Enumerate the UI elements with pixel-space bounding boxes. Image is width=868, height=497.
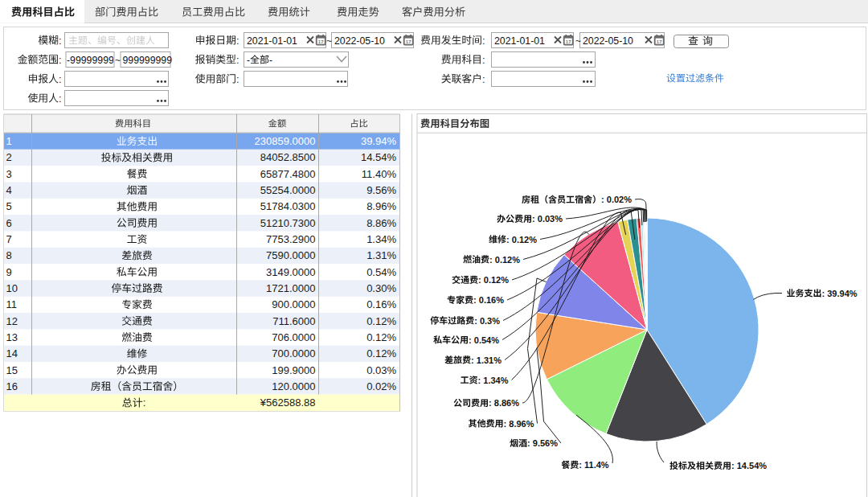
svg-text:1721.0000: 1721.0000 [266, 282, 315, 294]
svg-text:0.16%: 0.16% [366, 298, 396, 310]
svg-text:9.56%: 9.56% [366, 184, 396, 196]
svg-text::: : [236, 73, 240, 85]
svg-text:8.96%: 8.96% [366, 200, 396, 212]
svg-text:7590.0000: 7590.0000 [266, 249, 315, 261]
svg-text:0.12%: 0.12% [366, 331, 396, 343]
svg-text:1.31%: 1.31% [366, 249, 396, 261]
svg-text:-999999999: -999999999 [67, 55, 120, 66]
svg-text:: 0.12%: : 0.12% [489, 255, 520, 265]
svg-text:: 14.54%: : 14.54% [731, 461, 767, 470]
svg-text::: : [59, 54, 62, 66]
svg-text:: 1.31%: : 1.31% [471, 355, 502, 365]
svg-text:14.54%: 14.54% [361, 151, 397, 163]
svg-text:14: 14 [6, 347, 18, 359]
svg-text:2022-05-10: 2022-05-10 [334, 35, 385, 47]
svg-text:3149.0000: 3149.0000 [266, 266, 315, 278]
svg-text:39.94%: 39.94% [361, 135, 397, 147]
svg-text:0.12%: 0.12% [366, 315, 396, 327]
svg-text:2: 2 [6, 151, 12, 163]
svg-text:51784.0300: 51784.0300 [260, 200, 316, 212]
svg-text::: : [143, 396, 146, 409]
svg-text:: 9.56%: : 9.56% [527, 438, 558, 448]
svg-text:: 8.86%: : 8.86% [489, 398, 519, 408]
svg-text:2021-01-01: 2021-01-01 [494, 35, 545, 47]
svg-text:17: 17 [657, 39, 662, 44]
svg-text:5: 5 [6, 200, 12, 212]
svg-text:¥562588.88: ¥562588.88 [260, 396, 316, 409]
svg-text:: 0.3%: : 0.3% [474, 316, 500, 326]
svg-text:: 0.54%: : 0.54% [469, 335, 499, 345]
svg-text:~: ~ [326, 35, 332, 47]
svg-text:11: 11 [6, 298, 18, 310]
svg-text::: : [59, 35, 62, 47]
svg-text:4: 4 [6, 184, 12, 196]
svg-text:9: 9 [6, 266, 12, 278]
svg-text:11.40%: 11.40% [362, 168, 397, 180]
svg-text:84052.8500: 84052.8500 [260, 151, 316, 163]
svg-text:999999999: 999999999 [123, 55, 173, 66]
svg-text:: 11.4%: : 11.4% [579, 460, 609, 470]
svg-text:0.30%: 0.30% [366, 282, 396, 294]
svg-text::: : [482, 54, 485, 66]
svg-text:-: - [247, 55, 250, 66]
svg-text:: 0.12%: : 0.12% [506, 235, 537, 244]
svg-text:~: ~ [115, 55, 121, 66]
svg-text:711.6000: 711.6000 [272, 315, 315, 327]
svg-text:65877.4800: 65877.4800 [260, 168, 316, 180]
svg-text:0.54%: 0.54% [366, 266, 396, 278]
svg-text::: : [59, 92, 62, 105]
svg-text:1.34%: 1.34% [366, 233, 396, 245]
svg-text:700.0000: 700.0000 [272, 347, 315, 359]
svg-text:120.0000: 120.0000 [272, 380, 315, 392]
svg-text:17: 17 [318, 39, 324, 44]
svg-text:17: 17 [566, 39, 571, 44]
svg-text:6: 6 [6, 217, 12, 229]
svg-text::: : [236, 35, 240, 47]
svg-text:199.9000: 199.9000 [272, 364, 315, 376]
svg-text:: 0.03%: : 0.03% [532, 214, 563, 224]
svg-text:7753.2900: 7753.2900 [266, 233, 315, 245]
svg-text:7: 7 [6, 233, 12, 245]
svg-text:~: ~ [575, 35, 581, 47]
svg-text:16: 16 [6, 380, 18, 392]
svg-text:: 0.12%: : 0.12% [478, 275, 509, 285]
svg-text:0.03%: 0.03% [366, 364, 396, 376]
svg-text::: : [59, 73, 62, 85]
svg-text:8: 8 [6, 249, 12, 261]
svg-text:2022-05-10: 2022-05-10 [583, 35, 633, 47]
svg-text::: : [236, 54, 240, 66]
svg-text:3: 3 [6, 168, 12, 180]
svg-text:-: - [269, 55, 272, 66]
svg-text:15: 15 [6, 364, 18, 376]
svg-text:: 8.96%: : 8.96% [504, 419, 534, 429]
svg-text:2021-01-01: 2021-01-01 [247, 35, 297, 47]
svg-text::: : [482, 73, 485, 85]
svg-text:51210.7300: 51210.7300 [260, 217, 316, 229]
svg-text:: 1.34%: : 1.34% [478, 376, 509, 385]
svg-text:706.0000: 706.0000 [272, 331, 315, 343]
svg-text:900.0000: 900.0000 [272, 298, 315, 310]
svg-text:: 0.02%: : 0.02% [601, 195, 632, 204]
svg-text:8.86%: 8.86% [366, 217, 396, 229]
svg-text:12: 12 [6, 315, 18, 327]
svg-text:: 0.16%: : 0.16% [473, 295, 504, 305]
svg-text:10: 10 [6, 282, 18, 294]
svg-text:0.12%: 0.12% [366, 347, 396, 359]
svg-text:230859.0000: 230859.0000 [255, 135, 316, 147]
svg-text::: : [482, 35, 485, 47]
svg-text:17: 17 [406, 39, 411, 44]
svg-text:13: 13 [6, 331, 18, 343]
svg-text:1: 1 [6, 135, 12, 147]
svg-text:: 39.94%: : 39.94% [822, 289, 858, 298]
svg-text:0.02%: 0.02% [366, 380, 396, 392]
svg-text:55254.0000: 55254.0000 [260, 184, 316, 196]
